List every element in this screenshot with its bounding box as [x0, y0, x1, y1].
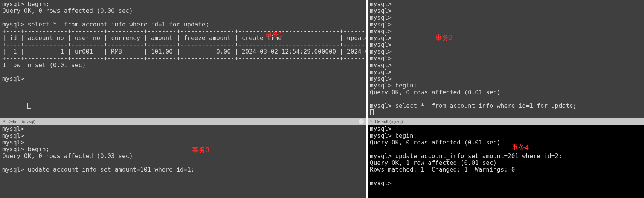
tab-label-3[interactable]: Default (mysql) — [8, 118, 35, 125]
tab-bar-4: ✕ Default (mysql) — [368, 118, 644, 125]
tab-close-icon[interactable]: ✕ — [370, 120, 373, 123]
tab-bar-3: ✕ Default (mysql) ⋯ — [0, 118, 366, 125]
tab-expand-icon[interactable]: ⋯ — [359, 119, 364, 124]
terminal-text-4: mysql> mysql> begin; Query OK, 0 rows af… — [370, 126, 642, 187]
tab-label-4[interactable]: Default (mysql) — [375, 118, 403, 125]
terminal-text-2: mysql> mysql> mysql> mysql> mysql> mysql… — [370, 1, 642, 109]
pane-transaction-1: mysql> begin; Query OK, 0 rows affected … — [0, 0, 368, 118]
pane-transaction-3: ✕ Default (mysql) ⋯ mysql> mysql> mysql>… — [0, 118, 368, 198]
cursor-1 — [27, 103, 31, 109]
terminal-text-1: mysql> begin; Query OK, 0 rows affected … — [2, 1, 364, 82]
terminal-output-1[interactable]: mysql> begin; Query OK, 0 rows affected … — [0, 0, 366, 118]
terminal-output-4[interactable]: mysql> mysql> begin; Query OK, 0 rows af… — [368, 125, 644, 198]
pane-transaction-4: ✕ Default (mysql) mysql> mysql> begin; Q… — [368, 118, 644, 198]
terminal-grid: mysql> begin; Query OK, 0 rows affected … — [0, 0, 644, 198]
pane-transaction-2: mysql> mysql> mysql> mysql> mysql> mysql… — [368, 0, 644, 118]
terminal-output-2[interactable]: mysql> mysql> mysql> mysql> mysql> mysql… — [368, 0, 644, 118]
cursor-2 — [370, 109, 374, 115]
tab-close-icon[interactable]: ✕ — [2, 120, 5, 123]
terminal-text-3: mysql> mysql> mysql> mysql> begin; Query… — [2, 126, 364, 173]
terminal-output-3[interactable]: mysql> mysql> mysql> mysql> begin; Query… — [0, 125, 366, 198]
